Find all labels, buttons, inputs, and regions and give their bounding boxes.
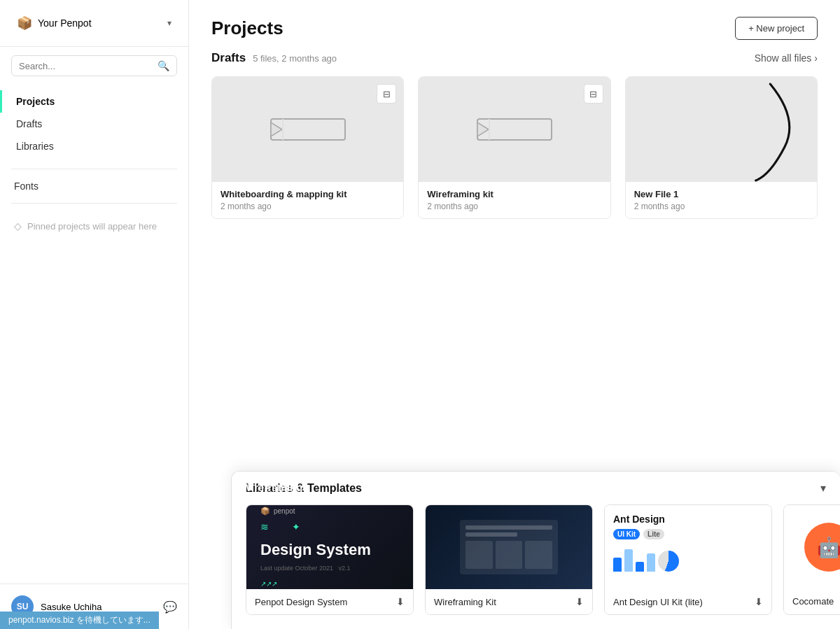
file-thumbnail-wireframing: ⊟	[419, 77, 610, 182]
bottom-elements: ↗↗↗	[260, 580, 277, 588]
download-icon-ant[interactable]: ⬇	[755, 596, 763, 607]
design-dots: ≋ ✦	[260, 521, 300, 532]
file-card-wireframing[interactable]: ⊟ Wireframing kit 2 months ago	[418, 76, 610, 219]
lib-card-cocomate[interactable]: › 🤖 Cocomate	[783, 504, 840, 615]
new-project-button[interactable]: + New project	[735, 17, 818, 40]
download-icon-penpot[interactable]: ⬇	[396, 596, 405, 607]
lib-card-footer-cocomate: Cocomate	[784, 589, 840, 614]
lib-card-name-ant: Ant Design UI Kit (lite)	[613, 597, 703, 607]
drafts-title: Drafts	[211, 51, 246, 65]
svg-rect-5	[489, 119, 490, 140]
lib-card-name-wireframe: Wireframing Kit	[434, 597, 496, 607]
file-thumbnail-whiteboarding: ⊟	[212, 77, 403, 182]
curve-svg	[626, 77, 817, 182]
svg-marker-1	[271, 122, 282, 136]
pinned-section: ◇ Pinned projects will appear here	[0, 209, 188, 243]
file-name-3: New File 1	[634, 189, 808, 199]
sidebar-item-fonts[interactable]: Fonts	[0, 175, 188, 197]
sidebar-item-libraries[interactable]: Libraries	[0, 135, 188, 157]
mock-bar-1	[465, 525, 552, 530]
nav-section: Projects Drafts Libraries	[0, 85, 188, 163]
mock-content	[465, 541, 552, 569]
ant-badges: UI Kit Lite	[613, 529, 763, 539]
search-icon: 🔍	[158, 60, 169, 71]
workspace-name: Your Penpot	[38, 17, 162, 29]
lib-card-ant-design[interactable]: Ant Design UI Kit Lite Ant Design UI Kit…	[604, 504, 772, 615]
lib-card-thumb-wireframe: Wireframingkit	[426, 505, 592, 589]
design-date: Last update October 2021 v2.1	[260, 565, 351, 572]
lib-card-name-cocomate: Cocomate	[792, 596, 834, 607]
sidebar: 📦 Your Penpot ▾ 🔍 Projects Drafts Librar…	[0, 0, 189, 629]
main-header: Projects + New project	[189, 0, 840, 51]
lib-card-penpot-design-system[interactable]: 📦penpot ≋ ✦ Design System Last update Oc…	[246, 504, 414, 615]
file-card-whiteboarding[interactable]: ⊟ Whiteboarding & mapping kit 2 months a…	[211, 76, 404, 219]
sidebar-item-projects[interactable]: Projects	[0, 90, 188, 113]
wireframe-mock	[460, 520, 558, 574]
file-name-2: Wireframing kit	[427, 189, 601, 199]
files-grid: ⊟ Whiteboarding & mapping kit 2 months a…	[211, 76, 818, 219]
svg-rect-2	[282, 119, 284, 140]
mock-col-3	[525, 541, 552, 569]
avatar-initials: SU	[17, 602, 29, 612]
mock-bar-2	[465, 532, 517, 537]
lib-card-thumb-ant: Ant Design UI Kit Lite	[605, 505, 771, 589]
lib-card-thumb-dark: 📦penpot ≋ ✦ Design System Last update Oc…	[246, 505, 413, 589]
lib-card-thumb-cocomate: › 🤖	[784, 505, 840, 589]
mock-col-2	[496, 541, 523, 569]
libraries-templates-panel: Libraries & Templates ▾ 📦penpot ≋ ✦ Desi…	[231, 471, 840, 629]
file-date-2: 2 months ago	[427, 202, 601, 211]
cocomate-circle: 🤖	[804, 523, 840, 572]
pin-icon: ◇	[14, 220, 22, 232]
sidebar-item-drafts[interactable]: Drafts	[0, 113, 188, 135]
lib-card-footer-penpot: Penpot Design System ⬇	[246, 589, 413, 614]
archive-icon: ⊟	[377, 84, 396, 104]
wireframe-shape-2	[476, 115, 553, 143]
ant-title: Ant Design	[613, 514, 665, 525]
ant-title-row: Ant Design	[613, 514, 763, 525]
lib-card-footer-wireframe: Wireframing Kit ⬇	[426, 589, 592, 614]
fonts-label: Fonts	[14, 181, 38, 192]
show-all-files-link[interactable]: Show all files ›	[755, 52, 818, 64]
lib-card-name-penpot: Penpot Design System	[255, 597, 347, 607]
drafts-label: Drafts	[16, 118, 42, 129]
lib-card-wireframing-kit[interactable]: Wireframingkit Wireframing Kit ⬇	[425, 504, 593, 615]
file-info-2: Wireframing kit 2 months ago	[419, 182, 610, 218]
file-card-newfile[interactable]: New File 1 2 months ago	[625, 76, 818, 219]
lib-panel-toggle-button[interactable]: ▾	[820, 481, 826, 495]
section-title-area: Drafts 5 files, 2 months ago	[211, 51, 337, 65]
badge-ui-kit: UI Kit	[613, 529, 640, 539]
file-thumbnail-newfile	[626, 77, 817, 182]
search-area: 🔍	[0, 47, 188, 85]
ant-circle	[658, 551, 679, 572]
badge-lite: Lite	[643, 529, 664, 539]
show-all-label: Show all files	[755, 52, 812, 64]
ant-bar-1	[613, 558, 622, 572]
user-name: Sasuke Uchiha	[41, 602, 156, 612]
wireframe-shape	[270, 115, 346, 143]
status-bar: penpot.navios.biz を待機しています...	[0, 612, 159, 629]
chevron-right-icon: ›	[814, 52, 818, 64]
svg-marker-4	[477, 122, 489, 136]
design-system-label: Design System	[260, 541, 371, 559]
workspace-icon: 📦	[17, 15, 32, 31]
download-icon-wireframe[interactable]: ⬇	[575, 596, 584, 607]
archive-icon-2: ⊟	[584, 84, 603, 104]
workspace-selector[interactable]: 📦 Your Penpot ▾	[11, 11, 177, 35]
file-info-3: New File 1 2 months ago	[626, 182, 817, 218]
penpot-logo-small: 📦penpot	[260, 507, 295, 516]
lib-panel-header: Libraries & Templates ▾	[232, 472, 840, 504]
sidebar-header: 📦 Your Penpot ▾	[0, 0, 188, 47]
search-input-wrapper[interactable]: 🔍	[11, 55, 177, 76]
ant-bar-3	[636, 562, 644, 572]
file-date: 2 months ago	[220, 202, 395, 211]
section-header: Drafts 5 files, 2 months ago Show all fi…	[211, 51, 818, 65]
file-date-3: 2 months ago	[634, 202, 808, 211]
search-input[interactable]	[19, 61, 152, 71]
chat-icon[interactable]: 💬	[163, 600, 177, 614]
drafts-section: Drafts 5 files, 2 months ago Show all fi…	[189, 51, 840, 236]
lib-card-footer-ant: Ant Design UI Kit (lite) ⬇	[605, 589, 771, 614]
ant-bar-2	[624, 549, 633, 572]
libraries-label: Libraries	[16, 141, 54, 152]
page-title: Projects	[211, 17, 284, 39]
mock-col-1	[465, 541, 493, 569]
